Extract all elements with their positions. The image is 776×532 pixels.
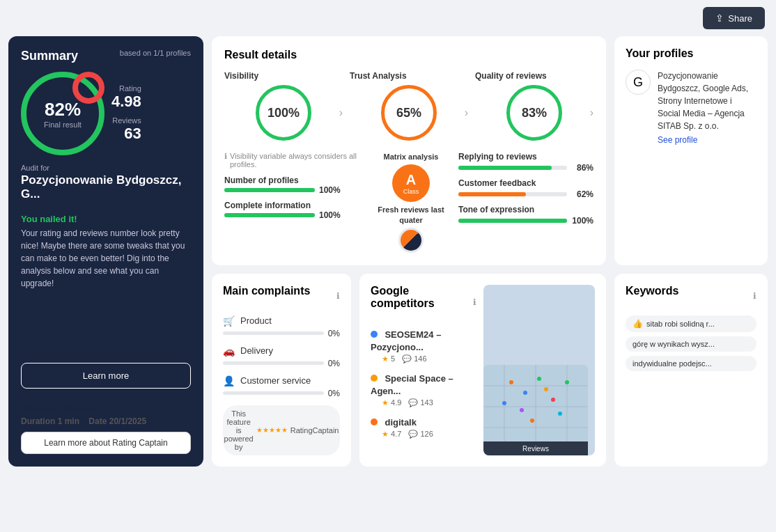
replying-label: Replying to reviews	[458, 152, 593, 162]
date-value: 20/1/2025	[109, 416, 146, 426]
competitors-info-icon[interactable]: ℹ	[473, 297, 476, 307]
big-circle: 82% Final result	[21, 72, 104, 155]
complaints-info-icon[interactable]: ℹ	[336, 291, 340, 301]
replying-bar-row: 86%	[458, 163, 593, 173]
tone-label: Tone of expression	[458, 205, 593, 214]
rating-value: 4.98	[111, 93, 141, 111]
profile-item: G Pozycjonowanie Bydgoszcz, Google Ads, …	[626, 70, 756, 146]
comp2-name-row: digitalk	[371, 416, 476, 428]
complaint-customer-service: 👤 Customer service 0%	[223, 375, 340, 398]
comp2-rating: ★ 4.7	[382, 430, 401, 439]
trust-pct: 65%	[396, 106, 421, 120]
visibility-pct: 100%	[267, 106, 300, 120]
comp1-rating: ★ 4.9	[382, 398, 401, 407]
result-details-title: Result details	[224, 49, 593, 61]
comp0-meta: ★ 5 💬 146	[371, 354, 476, 363]
visibility-arrow[interactable]: ›	[339, 107, 343, 119]
complaints-panel: Main complaints ℹ 🛒 Product 0% 🚗	[212, 274, 351, 467]
svg-point-15	[502, 401, 506, 405]
profiles-panel: Your profiles G Pozycjonowanie Bydgoszcz…	[614, 36, 768, 265]
fresh-label: Fresh reviews last quater	[369, 205, 453, 225]
tone-fill	[458, 219, 567, 223]
final-label: Final result	[44, 120, 82, 129]
see-profile-link[interactable]: See profile	[658, 135, 697, 145]
thumb0-icon: 👍	[633, 319, 643, 329]
analysis-title: Analysis details	[21, 402, 191, 414]
learn-more-label: Learn more	[83, 370, 129, 381]
num-profiles-pct: 100%	[319, 185, 341, 195]
profile-info: Pozycjonowanie Bydgoszcz, Google Ads, St…	[658, 70, 756, 146]
quality-circle: 83%	[506, 85, 562, 141]
profile-name: Pozycjonowanie Bydgoszcz, Google Ads, St…	[658, 70, 756, 132]
comp2-meta: ★ 4.7 💬 126	[371, 430, 476, 439]
svg-point-14	[530, 418, 534, 423]
nailed-text: Your rating and reviews number look pret…	[21, 227, 191, 290]
share-button[interactable]: Share	[703, 7, 765, 29]
based-on-text: based on 1/1 profiles	[120, 49, 191, 57]
delivery-pct: 0%	[328, 359, 340, 368]
duration-label: Duration 1 min	[21, 416, 79, 426]
trust-arrow[interactable]: ›	[465, 107, 468, 119]
visibility-card: Visibility 100% ›	[224, 71, 343, 141]
num-profiles-bar	[224, 188, 315, 192]
final-result-circle: 82% Final result	[21, 72, 104, 155]
metrics-row: Visibility 100% › Trust Analysis 65% ›	[224, 71, 593, 141]
keyword2-text: indywidualne podejsc...	[633, 359, 712, 368]
rc-link-button[interactable]: Learn more about Rating Captain	[21, 432, 191, 454]
final-pct: 82%	[45, 99, 81, 120]
profile-count-block: Number of profiles 100%	[224, 175, 364, 195]
svg-point-11	[520, 408, 524, 412]
visibility-circle-wrap: 100% ›	[224, 85, 343, 141]
matrix-sub: Class	[403, 188, 419, 195]
comp2-name: digitalk	[385, 417, 417, 428]
svg-point-9	[537, 377, 541, 381]
right-metrics: Replying to reviews 86% Customer feedbac…	[458, 152, 593, 253]
visibility-circle: 100%	[256, 85, 311, 141]
map-placeholder: Reviews	[483, 285, 595, 455]
quality-arrow[interactable]: ›	[590, 107, 593, 119]
cs-icon: 👤	[223, 375, 235, 386]
delivery-icon: 🚗	[223, 345, 235, 357]
feedback-fill	[458, 192, 526, 196]
delivery-bar	[223, 361, 324, 365]
complaints-header: Main complaints ℹ	[223, 285, 340, 307]
google-icon: G	[626, 70, 651, 95]
product-bar-row: 0%	[223, 329, 340, 338]
matrix-col: Matrix analysis A Class Fresh reviews la…	[369, 152, 453, 253]
keywords-header: Keywords ℹ	[626, 285, 756, 307]
keyword-2: indywidualne podejsc...	[626, 356, 756, 371]
comp0-dot	[371, 331, 378, 338]
product-name: Product	[240, 315, 272, 326]
feedback-bar	[458, 192, 567, 196]
comp1-reviews: 💬 143	[408, 398, 433, 407]
tone-row: Tone of expression 100%	[458, 205, 593, 226]
keywords-info-icon[interactable]: ℹ	[753, 291, 756, 301]
replying-fill	[458, 166, 552, 170]
quality-card: Quality of reviews 83% ›	[475, 71, 593, 141]
nailed-title: You nailed it!	[21, 214, 191, 224]
duration-value: 1 min	[58, 416, 79, 426]
summary-title: Summary	[21, 49, 78, 63]
rc-name: RatingCaptain	[290, 426, 339, 435]
complete-info-block: Complete information 100%	[224, 201, 364, 220]
left-bottom: ℹ Visibility variable always considers a…	[224, 152, 364, 253]
product-bar	[223, 331, 324, 335]
competitors-header: Google competitors ℹ	[371, 285, 476, 320]
matrix-label: Matrix analysis	[384, 152, 439, 162]
matrix-badge: A Class	[392, 164, 430, 202]
comp1-dot	[371, 375, 378, 382]
cs-bar-row: 0%	[223, 389, 340, 398]
learn-more-button[interactable]: Learn more	[21, 363, 191, 389]
delivery-name: Delivery	[240, 345, 273, 356]
trust-card: Trust Analysis 65% ›	[350, 71, 468, 141]
competitor-1: Special Space – Agen... ★ 4.9 💬 143	[371, 372, 476, 407]
keyword-1: górę w wynikach wysz...	[626, 336, 756, 352]
powered-by-text: This feature is powered by	[224, 409, 254, 451]
main-grid: Summary based on 1/1 profiles 82% Final …	[0, 36, 776, 475]
svg-point-8	[523, 391, 527, 395]
comp2-dot	[371, 418, 378, 425]
replying-bar	[458, 166, 567, 170]
info-icon-visibility: ℹ	[224, 152, 227, 169]
top-bar: Share	[0, 0, 776, 36]
profiles-title: Your profiles	[626, 47, 756, 60]
